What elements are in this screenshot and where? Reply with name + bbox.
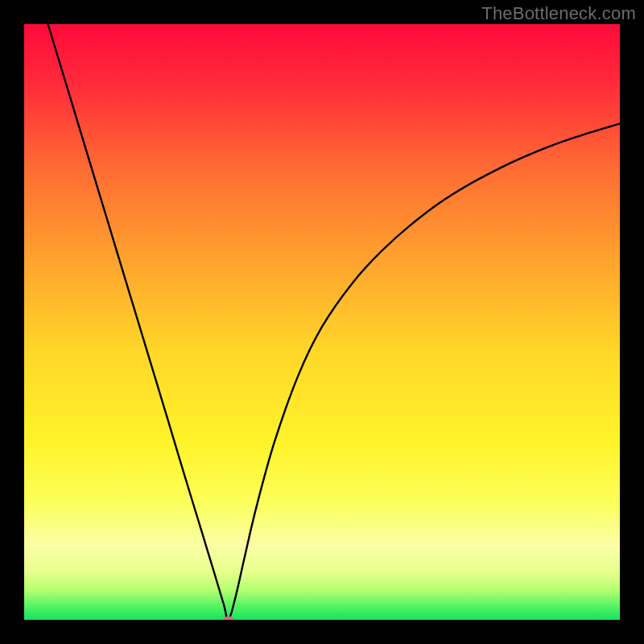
bottleneck-curve <box>24 24 620 620</box>
optimal-point-marker <box>223 617 233 621</box>
plot-area <box>24 24 620 620</box>
watermark-text: TheBottleneck.com <box>481 3 636 24</box>
chart-frame: TheBottleneck.com <box>0 0 644 644</box>
